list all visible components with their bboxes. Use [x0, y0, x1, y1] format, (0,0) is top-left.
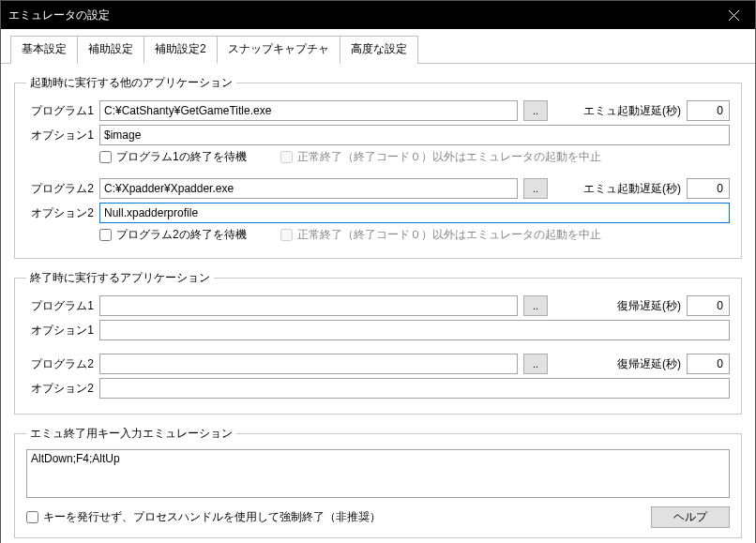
exitkey-help-button[interactable]: ヘルプ — [651, 506, 730, 528]
shutdown1-delay-label: 復帰遅延(秒) — [617, 298, 681, 314]
shutdown1-opt-input[interactable] — [99, 320, 730, 340]
startup-group: 起動時に実行する他のアプリケーション プログラム1 .. エミュ起動遅延(秒) … — [14, 75, 742, 259]
exitkey-textarea[interactable] — [26, 449, 730, 498]
tab-content: 起動時に実行する他のアプリケーション プログラム1 .. エミュ起動遅延(秒) … — [1, 64, 755, 543]
startup1-prog-input[interactable] — [99, 100, 518, 121]
window-title: エミュレータの設定 — [8, 8, 712, 23]
shutdown2-opt-label: オプション2 — [26, 381, 94, 397]
startup1-cancel-checkbox: 正常終了（終了コード０）以外はエミュレータの起動を中止 — [280, 149, 601, 165]
startup2-opt-label: オプション2 — [26, 205, 94, 221]
startup2-cancel-checkbox: 正常終了（終了コード０）以外はエミュレータの起動を中止 — [280, 227, 601, 243]
startup1-wait-checkbox[interactable]: プログラム1の終了を待機 — [99, 149, 247, 165]
startup2-browse-button[interactable]: .. — [523, 178, 548, 199]
shutdown2-delay-label: 復帰遅延(秒) — [617, 356, 681, 372]
startup1-delay-label: エミュ起動遅延(秒) — [583, 103, 681, 119]
shutdown2-browse-button[interactable]: .. — [523, 354, 548, 374]
client-area: 基本設定 補助設定 補助設定2 スナップキャプチャ 高度な設定 起動時に実行する… — [1, 29, 755, 543]
shutdown2-prog-label: プログラム2 — [26, 356, 94, 372]
startup2-delay-input[interactable] — [687, 178, 730, 199]
shutdown2-prog-input[interactable] — [99, 354, 518, 374]
exitkey-group: エミュ終了用キー入力エミュレーション キーを発行せず、プロセスハンドルを使用して… — [14, 426, 742, 538]
exitkey-legend: エミュ終了用キー入力エミュレーション — [26, 426, 236, 442]
tab-basic[interactable]: 基本設定 — [10, 36, 78, 64]
startup2-opt-input[interactable] — [99, 203, 730, 223]
shutdown1-delay-input[interactable] — [687, 295, 730, 316]
startup1-opt-label: オプション1 — [26, 128, 94, 143]
startup2-wait-checkbox[interactable]: プログラム2の終了を待機 — [99, 227, 247, 243]
tabstrip: 基本設定 補助設定 補助設定2 スナップキャプチャ 高度な設定 — [1, 29, 755, 64]
close-icon[interactable] — [712, 1, 755, 29]
force-terminate-checkbox[interactable]: キーを発行せず、プロセスハンドルを使用して強制終了（非推奨） — [26, 509, 381, 525]
shutdown1-prog-input[interactable] — [99, 295, 518, 316]
shutdown2-opt-input[interactable] — [99, 378, 730, 399]
tab-snap[interactable]: スナップキャプチャ — [217, 36, 340, 64]
startup-legend: 起動時に実行する他のアプリケーション — [26, 75, 236, 91]
startup2-delay-label: エミュ起動遅延(秒) — [583, 181, 681, 197]
shutdown-group: 終了時に実行するアプリケーション プログラム1 .. 復帰遅延(秒) オプション… — [14, 270, 742, 415]
tab-aux2[interactable]: 補助設定2 — [144, 36, 218, 64]
startup2-prog-input[interactable] — [99, 178, 518, 199]
window: エミュレータの設定 基本設定 補助設定 補助設定2 スナップキャプチャ 高度な設… — [0, 0, 756, 543]
tab-aux1[interactable]: 補助設定 — [77, 36, 144, 64]
startup2-prog-label: プログラム2 — [26, 181, 94, 197]
startup1-prog-label: プログラム1 — [26, 103, 94, 119]
titlebar: エミュレータの設定 — [1, 1, 755, 29]
startup1-browse-button[interactable]: .. — [523, 100, 548, 121]
shutdown1-browse-button[interactable]: .. — [523, 295, 548, 316]
shutdown-legend: 終了時に実行するアプリケーション — [26, 270, 214, 286]
shutdown1-prog-label: プログラム1 — [26, 298, 94, 314]
startup1-delay-input[interactable] — [687, 100, 730, 121]
shutdown2-delay-input[interactable] — [687, 354, 730, 374]
tab-advanced[interactable]: 高度な設定 — [340, 36, 418, 64]
shutdown1-opt-label: オプション1 — [26, 323, 94, 339]
startup1-opt-input[interactable] — [99, 125, 730, 145]
